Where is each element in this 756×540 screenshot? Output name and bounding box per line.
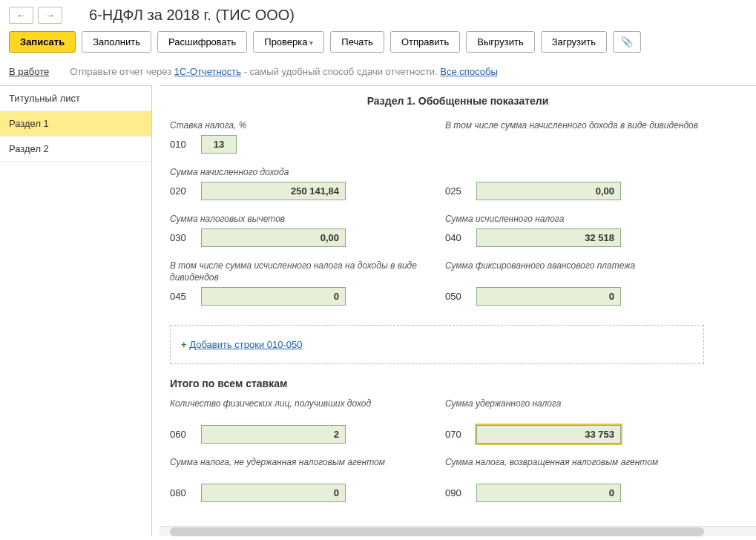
code-020: 020 (170, 185, 194, 197)
field-040[interactable]: 32 518 (476, 228, 621, 247)
check-button[interactable]: Проверка (253, 31, 324, 53)
forward-button[interactable]: → (38, 7, 62, 24)
code-070: 070 (445, 429, 469, 440)
sidebar-item-section1[interactable]: Раздел 1 (0, 111, 151, 136)
label-dividends: В том числе сумма начисленного дохода в … (445, 120, 704, 156)
totals-head: Итого по всем ставкам (170, 378, 746, 389)
code-090: 090 (445, 487, 469, 498)
save-button[interactable]: Записать (9, 31, 76, 53)
label-income: Сумма начисленного дохода (170, 167, 429, 179)
label-divtax: В том числе сумма исчисленного налога на… (170, 260, 429, 284)
fill-button[interactable]: Заполнить (82, 31, 151, 53)
code-010: 010 (170, 139, 194, 150)
sidebar-item-title[interactable]: Титульный лист (0, 86, 151, 111)
label-returned: Сумма налога, возвращенная налоговым аге… (445, 457, 704, 481)
label-withheld: Сумма удержанного налога (445, 398, 704, 422)
code-025: 025 (445, 185, 469, 197)
code-080: 080 (170, 487, 194, 498)
field-080[interactable]: 0 (201, 484, 346, 502)
content: Раздел 1. Обобщенные показатели Ставка н… (160, 85, 756, 536)
send-button[interactable]: Отправить (390, 31, 460, 53)
field-045[interactable]: 0 (201, 287, 346, 306)
field-025[interactable]: 0,00 (476, 182, 621, 200)
scrollbar-thumb[interactable] (170, 527, 704, 536)
paperclip-icon: 📎 (621, 36, 633, 47)
page-title: 6-НДФЛ за 2018 г. (ТИС ООО) (89, 7, 295, 24)
info-text: Отправьте отчет через 1С-Отчетность - са… (70, 66, 498, 77)
label-persons: Количество физических лиц, получивших до… (170, 398, 429, 422)
field-010[interactable]: 13 (201, 135, 237, 154)
attach-button[interactable]: 📎 (613, 31, 641, 53)
add-rows-box: + Добавить строки 010-050 (170, 325, 704, 364)
reporting-link[interactable]: 1С-Отчетность (174, 66, 241, 77)
print-button[interactable]: Печать (330, 31, 384, 53)
all-methods-link[interactable]: Все способы (440, 66, 497, 77)
label-calc: Сумма исчисленного налога (445, 214, 704, 225)
label-deduct: Сумма налоговых вычетов (170, 214, 429, 225)
section-title: Раздел 1. Обобщенные показатели (170, 95, 746, 107)
code-050: 050 (445, 291, 469, 302)
export-button[interactable]: Выгрузить (466, 31, 534, 53)
code-040: 040 (445, 232, 469, 243)
add-rows-link[interactable]: Добавить строки 010-050 (189, 339, 302, 350)
field-050[interactable]: 0 (476, 287, 621, 306)
sidebar-item-section2[interactable]: Раздел 2 (0, 136, 151, 162)
status-link[interactable]: В работе (9, 66, 49, 77)
code-060: 060 (170, 429, 194, 440)
plus-icon: + (181, 339, 187, 350)
label-notwith: Сумма налога, не удержанная налоговым аг… (170, 457, 429, 481)
back-button[interactable]: ← (9, 7, 33, 24)
import-button[interactable]: Загрузить (541, 31, 607, 53)
field-030[interactable]: 0,00 (201, 228, 346, 247)
label-rate: Ставка налога, % (170, 120, 429, 132)
label-fixed: Сумма фиксированного авансового платежа (445, 260, 704, 284)
field-060[interactable]: 2 (201, 425, 346, 444)
sidebar: Титульный лист Раздел 1 Раздел 2 (0, 85, 152, 536)
decode-button[interactable]: Расшифровать (157, 31, 247, 53)
code-045: 045 (170, 291, 194, 302)
horizontal-scrollbar[interactable] (160, 526, 756, 536)
field-090[interactable]: 0 (476, 484, 621, 502)
field-020[interactable]: 250 141,84 (201, 182, 346, 200)
field-070[interactable]: 33 753 (476, 425, 621, 444)
code-030: 030 (170, 232, 194, 243)
